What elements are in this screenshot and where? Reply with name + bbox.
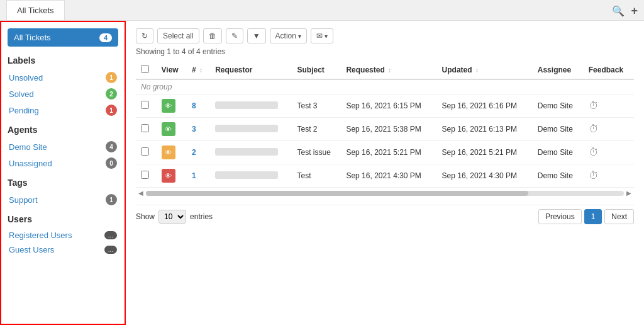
search-icon[interactable]: 🔍 xyxy=(612,5,625,17)
prev-button[interactable]: Previous xyxy=(538,209,582,224)
group-label: No group xyxy=(136,79,634,94)
row-subject[interactable]: Test xyxy=(292,164,341,188)
guest-users-link[interactable]: Guest Users xyxy=(9,245,54,254)
guest-users-badge: ... xyxy=(104,246,117,254)
feedback-icon[interactable]: ⏱ xyxy=(589,147,599,157)
unsolved-badge: 1 xyxy=(106,72,117,83)
requestor-value xyxy=(215,148,278,156)
agents-section-title: Agents xyxy=(8,125,118,135)
row-requested: Sep 16, 2021 4:30 PM xyxy=(341,164,436,188)
row-updated: Sep 16, 2021 6:16 PM xyxy=(437,94,533,118)
tags-section-title: Tags xyxy=(8,178,118,188)
filter-button[interactable]: ▼ xyxy=(247,28,266,43)
col-checkbox xyxy=(136,61,157,79)
feedback-icon[interactable]: ⏱ xyxy=(589,170,599,181)
showing-text: Showing 1 to 4 of 4 entries xyxy=(136,47,634,56)
pending-link[interactable]: Pending xyxy=(9,106,39,115)
refresh-icon: ↻ xyxy=(142,31,148,40)
action-button[interactable]: Action ▾ xyxy=(270,28,307,43)
table-scroll-container[interactable]: View # ↕ Requestor Subject Requested ↕ U… xyxy=(136,61,634,188)
row-checkbox[interactable] xyxy=(136,141,157,164)
refresh-button[interactable]: ↻ xyxy=(136,28,153,43)
priority-green-icon: 👁 xyxy=(162,99,175,113)
eye-icon: 👁 xyxy=(165,172,172,180)
sidebar: All Tickets 4 Labels Unsolved 1 Solved 2… xyxy=(0,21,126,325)
sidebar-item-registered-users: Registered Users ... xyxy=(8,228,118,242)
tickets-table: View # ↕ Requestor Subject Requested ↕ U… xyxy=(136,61,634,188)
ticket-id-link[interactable]: 3 xyxy=(192,125,196,134)
priority-yellow-icon: 👁 xyxy=(162,145,175,159)
row-subject[interactable]: Test 2 xyxy=(292,118,341,141)
row-feedback: ⏱ xyxy=(584,164,634,188)
support-link[interactable]: Support xyxy=(9,195,38,205)
row-feedback: ⏱ xyxy=(584,94,634,118)
registered-users-link[interactable]: Registered Users xyxy=(9,231,72,240)
add-icon[interactable]: + xyxy=(631,4,638,18)
table-row: 👁 2 Test issue Sep 16, 2021 5:21 PM Sep … xyxy=(136,141,634,164)
row-select-checkbox[interactable] xyxy=(141,101,149,109)
show-label: Show xyxy=(136,212,155,221)
row-id: 8 xyxy=(187,94,210,118)
scroll-right-arrow[interactable]: ▶ xyxy=(624,190,634,197)
scroll-bar[interactable] xyxy=(146,191,624,196)
row-select-checkbox[interactable] xyxy=(141,124,149,132)
feedback-icon[interactable]: ⏱ xyxy=(589,100,599,111)
row-subject[interactable]: Test 3 xyxy=(292,94,341,118)
select-all-checkbox[interactable] xyxy=(141,65,149,73)
solved-link[interactable]: Solved xyxy=(9,89,34,99)
all-tickets-label: All Tickets xyxy=(14,33,51,42)
unassigned-badge: 0 xyxy=(106,157,117,169)
edit-button[interactable]: ✎ xyxy=(226,28,243,43)
row-assignee: Demo Site xyxy=(533,118,584,141)
col-id: # ↕ xyxy=(187,61,210,79)
sidebar-item-demo-site: Demo Site 4 xyxy=(8,139,118,155)
all-tickets-badge: 4 xyxy=(99,33,112,42)
row-requestor xyxy=(210,141,292,164)
filter-icon: ▼ xyxy=(253,31,260,40)
table-row: 👁 8 Test 3 Sep 16, 2021 6:15 PM Sep 16, … xyxy=(136,94,634,118)
row-requestor xyxy=(210,118,292,141)
ticket-id-link[interactable]: 2 xyxy=(192,148,196,157)
row-checkbox[interactable] xyxy=(136,94,157,118)
select-all-button[interactable]: Select all xyxy=(157,28,199,43)
row-updated: Sep 16, 2021 6:13 PM xyxy=(437,118,533,141)
row-requested: Sep 16, 2021 5:21 PM xyxy=(341,141,436,164)
unassigned-link[interactable]: Unassigned xyxy=(9,159,52,168)
scroll-left-arrow[interactable]: ◀ xyxy=(136,190,146,197)
row-assignee: Demo Site xyxy=(533,94,584,118)
table-row: 👁 3 Test 2 Sep 16, 2021 5:38 PM Sep 16, … xyxy=(136,118,634,141)
row-select-checkbox[interactable] xyxy=(141,147,149,156)
page-1-button[interactable]: 1 xyxy=(584,209,602,224)
sidebar-item-pending: Pending 1 xyxy=(8,102,118,118)
all-tickets-button[interactable]: All Tickets 4 xyxy=(8,28,118,47)
next-button[interactable]: Next xyxy=(604,209,634,224)
row-priority-icon: 👁 xyxy=(157,118,187,141)
row-feedback: ⏱ xyxy=(584,118,634,141)
requestor-value xyxy=(215,171,278,179)
row-priority-icon: 👁 xyxy=(157,94,187,118)
tab-all-tickets[interactable]: All Tickets xyxy=(6,0,65,20)
demo-site-link[interactable]: Demo Site xyxy=(9,142,47,152)
delete-button[interactable]: 🗑 xyxy=(203,28,222,43)
pagination-row: Show 10 25 50 entries Previous 1 Next xyxy=(136,205,634,224)
unsolved-link[interactable]: Unsolved xyxy=(9,73,43,83)
action-chevron-icon: ▾ xyxy=(298,33,301,40)
row-subject[interactable]: Test issue xyxy=(292,141,341,164)
eye-icon: 👁 xyxy=(165,149,172,156)
email-button[interactable]: ✉ ▾ xyxy=(311,28,333,43)
row-feedback: ⏱ xyxy=(584,141,634,164)
col-updated: Updated ↕ xyxy=(437,61,533,79)
row-checkbox[interactable] xyxy=(136,118,157,141)
per-page-select[interactable]: 10 25 50 xyxy=(158,210,186,224)
ticket-id-link[interactable]: 8 xyxy=(192,101,196,110)
priority-green-icon: 👁 xyxy=(162,122,175,136)
feedback-icon[interactable]: ⏱ xyxy=(589,123,599,134)
row-requestor xyxy=(210,164,292,188)
sidebar-item-support: Support 1 xyxy=(8,191,118,208)
labels-section-title: Labels xyxy=(8,55,118,66)
row-updated: Sep 16, 2021 5:21 PM xyxy=(437,141,533,164)
row-select-checkbox[interactable] xyxy=(141,171,149,179)
ticket-id-link[interactable]: 1 xyxy=(192,171,196,180)
row-checkbox[interactable] xyxy=(136,164,157,188)
sidebar-item-unassigned: Unassigned 0 xyxy=(8,155,118,171)
